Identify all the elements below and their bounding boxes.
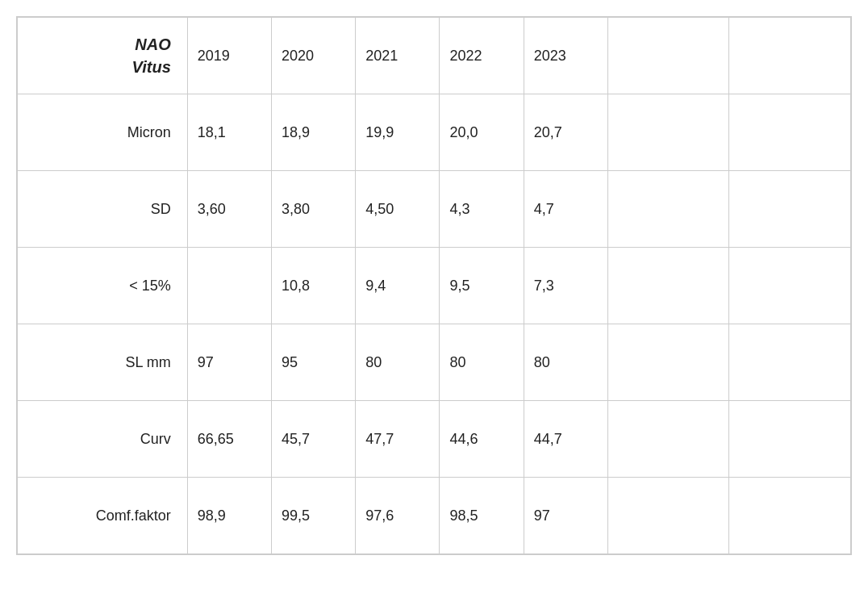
header-row: NAO Vitus 2019 2020 2021 2022 2023 xyxy=(18,18,851,94)
comf-2023: 97 xyxy=(524,478,607,554)
slmm-2022: 80 xyxy=(440,324,524,401)
header-extra1 xyxy=(607,18,729,94)
curv-2020: 45,7 xyxy=(271,401,355,478)
sd-2022: 4,3 xyxy=(440,171,524,248)
less15-2023: 7,3 xyxy=(524,248,607,324)
data-table: NAO Vitus 2019 2020 2021 2022 2023 Micro… xyxy=(16,16,852,555)
micron-extra2 xyxy=(729,94,851,171)
slmm-extra1 xyxy=(607,324,729,401)
header-year-2023: 2023 xyxy=(524,18,607,94)
curv-2023: 44,7 xyxy=(524,401,607,478)
sd-2021: 4,50 xyxy=(356,171,440,248)
comf-2019: 98,9 xyxy=(187,478,271,554)
comf-2021: 97,6 xyxy=(356,478,440,554)
comf-2020: 99,5 xyxy=(271,478,355,554)
micron-2022: 20,0 xyxy=(440,94,524,171)
sd-2020: 3,80 xyxy=(271,171,355,248)
sd-2023: 4,7 xyxy=(524,171,607,248)
curv-2019: 66,65 xyxy=(187,401,271,478)
less15-extra1 xyxy=(607,248,729,324)
label-sd: SD xyxy=(18,171,188,248)
slmm-extra2 xyxy=(729,324,851,401)
row-curv: Curv 66,65 45,7 47,7 44,6 44,7 xyxy=(18,401,851,478)
row-micron: Micron 18,1 18,9 19,9 20,0 20,7 xyxy=(18,94,851,171)
row-sd: SD 3,60 3,80 4,50 4,3 4,7 xyxy=(18,171,851,248)
label-comf: Comf.faktor xyxy=(18,478,188,554)
sd-extra1 xyxy=(607,171,729,248)
row-less15: < 15% 10,8 9,4 9,5 7,3 xyxy=(18,248,851,324)
micron-2020: 18,9 xyxy=(271,94,355,171)
label-curv: Curv xyxy=(18,401,188,478)
micron-2023: 20,7 xyxy=(524,94,607,171)
sd-extra2 xyxy=(729,171,851,248)
header-label-line2: Vitus xyxy=(132,58,171,76)
header-year-2021: 2021 xyxy=(356,18,440,94)
less15-2020: 10,8 xyxy=(271,248,355,324)
less15-2019 xyxy=(187,248,271,324)
micron-extra1 xyxy=(607,94,729,171)
header-year-2022: 2022 xyxy=(440,18,524,94)
comf-extra1 xyxy=(607,478,729,554)
row-slmm: SL mm 97 95 80 80 80 xyxy=(18,324,851,401)
header-year-2020: 2020 xyxy=(271,18,355,94)
curv-extra1 xyxy=(607,401,729,478)
micron-2019: 18,1 xyxy=(187,94,271,171)
slmm-2021: 80 xyxy=(356,324,440,401)
curv-2022: 44,6 xyxy=(440,401,524,478)
less15-2021: 9,4 xyxy=(356,248,440,324)
less15-extra2 xyxy=(729,248,851,324)
header-label-line1: NAO xyxy=(135,36,170,53)
header-year-2019: 2019 xyxy=(187,18,271,94)
comf-extra2 xyxy=(729,478,851,554)
slmm-2020: 95 xyxy=(271,324,355,401)
label-slmm: SL mm xyxy=(18,324,188,401)
micron-2021: 19,9 xyxy=(356,94,440,171)
curv-extra2 xyxy=(729,401,851,478)
header-extra2 xyxy=(729,18,851,94)
row-comf: Comf.faktor 98,9 99,5 97,6 98,5 97 xyxy=(18,478,851,554)
curv-2021: 47,7 xyxy=(356,401,440,478)
header-label: NAO Vitus xyxy=(18,18,188,94)
sd-2019: 3,60 xyxy=(187,171,271,248)
label-less15: < 15% xyxy=(18,248,188,324)
slmm-2019: 97 xyxy=(187,324,271,401)
less15-2022: 9,5 xyxy=(440,248,524,324)
label-micron: Micron xyxy=(18,94,188,171)
slmm-2023: 80 xyxy=(524,324,607,401)
comf-2022: 98,5 xyxy=(440,478,524,554)
